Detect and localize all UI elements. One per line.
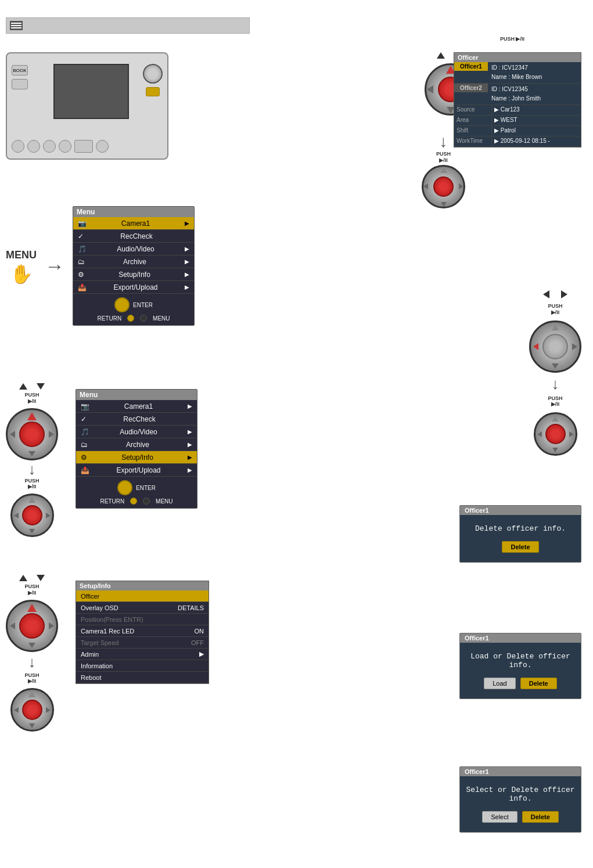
in-select-button[interactable] xyxy=(43,140,56,153)
setup-item-reboot[interactable]: Reboot xyxy=(76,672,209,683)
jog-wheel-mid[interactable] xyxy=(529,320,581,373)
officer1-badge: Officer1 xyxy=(454,62,488,71)
right-tri-mid xyxy=(561,290,567,298)
load-button[interactable]: Load xyxy=(484,678,515,689)
delete-button-2[interactable]: Delete xyxy=(520,678,557,689)
jog-wheel-mid-b[interactable] xyxy=(534,412,577,456)
menu-panel-1: Menu 📷 Camera1 ▶ ✓ RecCheck 🎵 Audio/Vide… xyxy=(73,206,195,326)
up-tri-2 xyxy=(19,383,27,390)
push-label-2b: PUSH▶/II xyxy=(24,478,39,491)
menu-item-setup-1[interactable]: ⚙ Setup/Info ▶ xyxy=(73,268,194,281)
delete-button-3[interactable]: Delete xyxy=(522,811,559,823)
push-label-3: PUSH▶/II xyxy=(24,584,39,596)
audio-button[interactable] xyxy=(27,140,40,153)
return-dot-1[interactable] xyxy=(127,315,134,322)
setup-panel-container: Setup/Info Officer Overlay OSD DETAILS P… xyxy=(76,581,209,684)
menu-item-reccheck-2[interactable]: ✓ RecCheck xyxy=(76,413,197,426)
menu-item-audiovideo-2[interactable]: 🎵 Audio/Video ▶ xyxy=(76,426,197,438)
right-arrow-menu1: → xyxy=(45,255,64,278)
officer1-info: ID : ICV12347 Name : Mike Brown xyxy=(488,62,545,83)
dialog-delete-container: Officer1 Delete officer info. Delete xyxy=(459,505,581,563)
dialog-load-delete-text: Load or Delete officer info. xyxy=(466,652,575,669)
archive-icon-2: 🗂 xyxy=(81,441,88,449)
device-jog-top[interactable] xyxy=(143,64,163,84)
down-tri-2 xyxy=(37,383,45,390)
menu-item-setup-2[interactable]: ⚙ Setup/Info ▶ xyxy=(76,451,197,464)
dialog-delete-text: Delete officer info. xyxy=(466,524,575,533)
jog-wheel-2b[interactable] xyxy=(10,494,54,537)
officer2-row: Officer2 ID : ICV12345 Name : John Smith xyxy=(454,84,581,105)
jog-wheel-3b[interactable] xyxy=(10,688,54,732)
setup-item-overlay[interactable]: Overlay OSD DETAILS xyxy=(76,602,209,614)
extra-button[interactable] xyxy=(96,140,109,153)
jog-wheel-push-top[interactable] xyxy=(422,165,465,208)
shift-value: ▶ Patrol xyxy=(492,126,518,136)
camera-icon-2: 📷 xyxy=(81,402,89,410)
jog-wheel-2[interactable] xyxy=(6,408,58,460)
menu-dot-2[interactable] xyxy=(143,498,150,505)
rec-button[interactable] xyxy=(12,140,24,153)
worktime-row: WorkTime ▶ 2005-09-12 08:15 - xyxy=(454,136,581,147)
source-value: ▶ Car123 xyxy=(492,105,522,115)
enter-button-2[interactable] xyxy=(117,480,132,495)
return-label-2: RETURN xyxy=(100,498,124,505)
down-arrow-mid: ↓ xyxy=(552,375,559,393)
dialog-select-delete-text: Select or Delete officer info. xyxy=(466,786,575,803)
setup-icon-2: ⚙ xyxy=(81,453,87,462)
officer1-row: Officer1 ID : ICV12347 Name : Mike Brown xyxy=(454,62,581,84)
menu-item-camera1-2[interactable]: 📷 Camera1 ▶ xyxy=(76,400,197,413)
menu-item-reccheck-1[interactable]: ✓ RecCheck xyxy=(73,230,194,243)
arrow-archive-1: ▶ xyxy=(185,258,189,265)
enter-button-1[interactable] xyxy=(114,297,130,312)
return-dot-2[interactable] xyxy=(130,498,137,505)
dialog-select-delete-body: Select or Delete officer info. Select De… xyxy=(460,776,581,832)
push-label-mid-b: PUSH▶/II xyxy=(548,395,562,408)
menu-item-audiovideo-1[interactable]: 🎵 Audio/Video ▶ xyxy=(73,243,194,255)
push-label-2: PUSH▶/II xyxy=(24,392,39,405)
w-button[interactable] xyxy=(12,79,28,89)
menu-item-archive-2[interactable]: 🗂 Archive ▶ xyxy=(76,438,197,451)
device-live-button[interactable] xyxy=(146,87,160,96)
setup-item-information[interactable]: Information xyxy=(76,660,209,672)
menu-item-export-2[interactable]: 📤 Export/Upload ▶ xyxy=(76,464,197,477)
menu-item-export-1[interactable]: 📤 Export/Upload ▶ xyxy=(73,281,194,294)
dialog-delete-title: Officer1 xyxy=(460,506,581,515)
push-section-top: ↓ PUSH▶/II xyxy=(422,134,465,208)
arrow-archive-2: ▶ xyxy=(188,441,192,448)
camera-device: BOOK xyxy=(6,52,168,160)
reccheck-icon-2: ✓ xyxy=(81,415,87,423)
setup-item-camera-led[interactable]: Camera1 Rec LED ON xyxy=(76,625,209,637)
setup-panel-title: Setup/Info xyxy=(76,581,209,590)
setup-item-admin[interactable]: Admin ▶ xyxy=(76,649,209,660)
menu-item-camera1-1[interactable]: 📷 Camera1 ▶ xyxy=(73,217,194,230)
menu-section-1: MENU ✋ → Menu 📷 Camera1 ▶ ✓ RecCheck 🎵 A… xyxy=(6,206,195,326)
menu-item-archive-1[interactable]: 🗂 Archive ▶ xyxy=(73,255,194,268)
officer2-info: ID : ICV12345 Name : John Smith xyxy=(488,84,544,105)
setup-icon-1: ⚙ xyxy=(78,271,84,279)
setup-item-target-speed: Target Speed OFF xyxy=(76,637,209,649)
dialog-load-delete-title: Officer1 xyxy=(460,633,581,643)
area-label: Area xyxy=(454,116,492,125)
setup-item-officer[interactable]: Officer xyxy=(76,590,209,602)
push-label-3b: PUSH▶/II xyxy=(24,672,39,685)
push-play-label-top: PUSH ▶/II xyxy=(500,36,524,42)
menu-dot-1[interactable] xyxy=(140,315,147,322)
menu-nav-row-1: RETURN MENU xyxy=(97,315,170,322)
delete-button-1[interactable]: Delete xyxy=(502,541,538,553)
camera-icon-1: 📷 xyxy=(78,219,87,228)
camera-select-button[interactable] xyxy=(59,140,71,153)
audiovideo-icon-2: 🎵 xyxy=(81,428,89,436)
arrow-camera1-1: ▶ xyxy=(185,220,189,226)
hand-icon: ✋ xyxy=(10,265,33,283)
jog-wheel-3[interactable] xyxy=(6,600,58,652)
officer-panel: Officer Officer1 ID : ICV12347 Name : Mi… xyxy=(454,52,581,147)
area-row: Area ▶ WEST xyxy=(454,116,581,126)
menu-nav-row-2: RETURN MENU xyxy=(100,498,172,505)
select-button[interactable]: Select xyxy=(482,811,517,823)
setup-panel: Setup/Info Officer Overlay OSD DETAILS P… xyxy=(76,581,209,684)
top-menu-bar xyxy=(6,17,250,34)
vol-button[interactable] xyxy=(74,140,93,153)
dialog-delete-body: Delete officer info. Delete xyxy=(460,515,581,562)
book-mark-button[interactable]: BOOK xyxy=(12,65,28,75)
push-label-top: PUSH▶/II xyxy=(436,151,451,164)
